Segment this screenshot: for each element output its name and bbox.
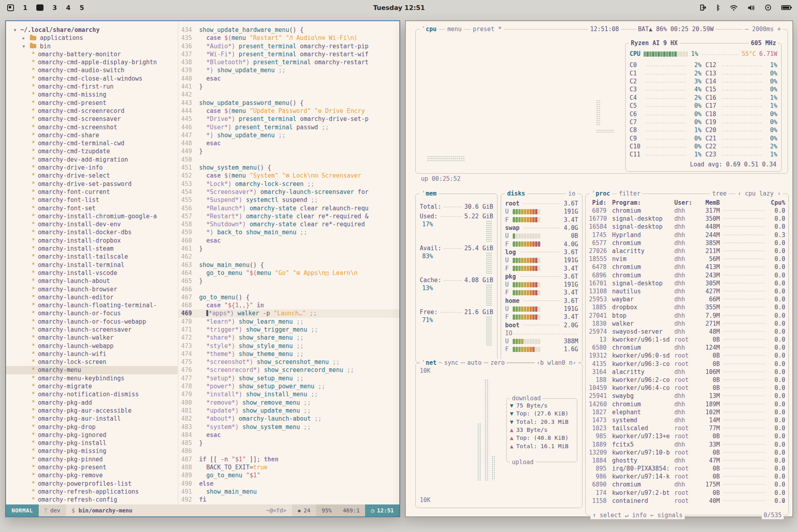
editor-line[interactable]: 492fi: [178, 496, 399, 504]
editor-line[interactable]: 434show_update_hardware_menu() {: [178, 26, 399, 34]
process-row[interactable]: 3164alacrittydhh106M0.0: [589, 368, 785, 376]
tree-file-omarchy-pkg-ignored[interactable]: *omarchy-pkg-ignored: [6, 431, 178, 439]
editor-line[interactable]: 442: [178, 91, 399, 99]
process-key-hints[interactable]: ↑ select ↵ info ← signals: [591, 511, 685, 519]
editor-line[interactable]: 447 *) show_update_menu ;;: [178, 131, 399, 139]
editor-line[interactable]: 454 *Screensaver*) omarchy-launch-screen…: [178, 188, 399, 196]
net-auto-button[interactable]: auto: [465, 359, 484, 367]
editor-line[interactable]: 456 *Relaunch*) omarchy-state clear rela…: [178, 204, 399, 212]
preset-button[interactable]: preset *: [471, 25, 504, 33]
tree-file-omarchy-notification-dismiss[interactable]: *omarchy-notification-dismiss: [6, 390, 178, 398]
editor-line[interactable]: 464 go_to_menu "$(menu "Go" "⊞ Apps\n◫ L…: [178, 269, 399, 277]
battery-icon[interactable]: [781, 5, 791, 10]
tree-file-omarchy-cmd-missing[interactable]: *omarchy-cmd-missing: [6, 91, 178, 99]
tree-file-omarchy-powerprofiles-list[interactable]: *omarchy-powerprofiles-list: [6, 480, 178, 488]
process-row[interactable]: 13209kworker/u97:10-broot0B0.0: [589, 449, 785, 457]
process-row[interactable]: 16770signal-desktopdhh350M0.0: [589, 215, 785, 223]
editor-line[interactable]: 479 *install*) show_install_menu ;;: [178, 390, 399, 398]
process-row[interactable]: 1885dropboxdhh355M0.0: [589, 303, 785, 311]
editor-line[interactable]: 458 *Shutdown*) omarchy-state clear re*-…: [178, 220, 399, 228]
tree-file-omarchy-font-set[interactable]: *omarchy-font-set: [6, 204, 178, 212]
tree-file-omarchy-pkg-aur-install[interactable]: *omarchy-pkg-aur-install: [6, 415, 178, 423]
col-memb[interactable]: MemB: [697, 199, 720, 206]
process-row[interactable]: 1473systemddhh14M0.0: [589, 416, 785, 424]
menu-button[interactable]: menu: [445, 25, 464, 33]
process-row[interactable]: 1158containerdroot40M0.0: [589, 497, 785, 505]
tree-file-omarchy-migrate[interactable]: *omarchy-migrate: [6, 382, 178, 390]
tree-file-omarchy-pkg-drop[interactable]: *omarchy-pkg-drop: [6, 423, 178, 431]
process-row[interactable]: 13kworker/u96:1-sdroot0B0.0: [589, 336, 785, 344]
editor-line[interactable]: 485}: [178, 439, 399, 447]
workspace-3[interactable]: 3: [52, 4, 57, 12]
process-row[interactable]: 16701signal-desktopdhh305M0.0: [589, 279, 785, 287]
network-panel-title[interactable]: 'net: [420, 359, 439, 367]
tree-file-omarchy-battery-monitor[interactable]: *omarchy-battery-monitor: [6, 50, 178, 58]
editor-line[interactable]: 473 *style*) show_style_menu ;;: [178, 342, 399, 350]
bluetooth-icon[interactable]: ᛒ: [716, 4, 720, 11]
editor-line[interactable]: 445 *Drive*) present_terminal omarchy-dr…: [178, 115, 399, 123]
tree-file-omarchy-launch-screensaver[interactable]: *omarchy-launch-screensaver: [6, 326, 178, 334]
tree-file-omarchy-launch-floating-terminal-[interactable]: *omarchy-launch-floating-terminal-: [6, 301, 178, 309]
net-interface-selector[interactable]: ‹b wlan0 n›: [535, 359, 578, 367]
process-row[interactable]: 174kworker/u97:2-btroot0B0.0: [589, 489, 785, 497]
tree-file-omarchy-install-vscode[interactable]: *omarchy-install-vscode: [6, 269, 178, 277]
process-row[interactable]: 6580chromiumdhh124M0.0: [589, 344, 785, 352]
editor-line[interactable]: 453 *Lock*) omarchy-lock-screen ;;: [178, 180, 399, 188]
overview-icon[interactable]: [7, 4, 14, 11]
editor-line[interactable]: 489 go_to_menu "$1": [178, 471, 399, 479]
tree-file-omarchy-pkg-remove[interactable]: *omarchy-pkg-remove: [6, 471, 178, 479]
process-row[interactable]: 25974swayosd-serverdhh48M0.0: [589, 328, 785, 336]
tree-file-omarchy-install-chromium-google-a[interactable]: *omarchy-install-chromium-google-a: [6, 212, 178, 220]
tree-file-omarchy-refresh-applications[interactable]: *omarchy-refresh-applications: [6, 488, 178, 496]
file-tree-panel[interactable]: ▾ ~/.local/share/omarchy ▸applications▾b…: [6, 21, 178, 504]
editor-line[interactable]: 438 *Bluetooth*) present_terminal omarch…: [178, 58, 399, 66]
disks-panel-title[interactable]: disks: [505, 190, 527, 198]
col-pid[interactable]: Pid:: [589, 199, 609, 206]
editor-line[interactable]: 491 show_main_menu: [178, 488, 399, 496]
editor-line[interactable]: 451show_system_menu() {: [178, 164, 399, 172]
editor-line[interactable]: 476 *screenrecord*) show_screenrecord_me…: [178, 366, 399, 374]
editor-line[interactable]: 477 *setup*) show_setup_menu ;;: [178, 374, 399, 382]
tree-file-omarchy-pkg-pinned[interactable]: *omarchy-pkg-pinned: [6, 455, 178, 463]
editor-line[interactable]: 478 *power*) show_setup_power_menu ;;: [178, 382, 399, 390]
tree-file-omarchy-launch-wifi[interactable]: *omarchy-launch-wifi: [6, 350, 178, 358]
process-row[interactable]: 1884ghosttydhh47M0.0: [589, 457, 785, 465]
process-row[interactable]: 18555nvimdhh56M0.0: [589, 255, 785, 263]
git-branch[interactable]: ᛘ dev: [39, 504, 66, 516]
editor-line[interactable]: 482 *about*) omarchy-launch-about ;;: [178, 415, 399, 423]
workspace-1[interactable]: 1: [23, 4, 28, 12]
tree-file-omarchy-cmd-screenshot[interactable]: *omarchy-cmd-screenshot: [6, 123, 178, 131]
editor-line[interactable]: 450: [178, 156, 399, 164]
tree-file-omarchy-cmd-screenrecord[interactable]: *omarchy-cmd-screenrecord: [6, 107, 178, 115]
editor-line[interactable]: 487if [[ -n "$1" ]]; then: [178, 455, 399, 463]
plugin-status[interactable]: ◆ 24: [292, 504, 316, 516]
editor-line[interactable]: 439 *) show_update_menu ;;: [178, 66, 399, 74]
editor-line[interactable]: 480 *remove*) show_remove_menu ;;: [178, 399, 399, 407]
logout-icon[interactable]: [699, 4, 707, 11]
editor-line[interactable]: 463show_main_menu() {: [178, 261, 399, 269]
tree-file-omarchy-lock-screen[interactable]: *omarchy-lock-screen: [6, 358, 178, 366]
editor-line[interactable]: 441}: [178, 83, 399, 91]
editor-line[interactable]: 444 case $(menu "Update Password" "⚙ Dri…: [178, 107, 399, 115]
tree-file-omarchy-pkg-install[interactable]: *omarchy-pkg-install: [6, 439, 178, 447]
tree-file-omarchy-cmd-close-all-windows[interactable]: *omarchy-cmd-close-all-windows: [6, 75, 178, 83]
process-row[interactable]: 6896chromiumdhh243M0.0: [589, 271, 785, 279]
wifi-icon[interactable]: [730, 4, 738, 11]
process-row[interactable]: 1745Hyprlanddhh244M0.3: [589, 231, 785, 239]
tree-file-omarchy-install-dev-env[interactable]: *omarchy-install-dev-env: [6, 220, 178, 228]
sort-selector[interactable]: ‹ cpu lazy ›: [736, 190, 783, 198]
tree-file-omarchy-launch-browser[interactable]: *omarchy-launch-browser: [6, 285, 178, 293]
process-row[interactable]: 6577chromiumdhh385M0.0: [589, 239, 785, 247]
editor-line[interactable]: 466: [178, 285, 399, 293]
editor-line[interactable]: 437 *Wi-Fi*) present_terminal omarchy-re…: [178, 50, 399, 58]
editor-line[interactable]: 457 *Restart*) omarchy-state clear re*-r…: [178, 212, 399, 220]
workspace-4[interactable]: 4: [66, 4, 71, 12]
editor-line[interactable]: 490else: [178, 480, 399, 488]
editor-line[interactable]: 460 esac: [178, 237, 399, 245]
cpu-panel-title[interactable]: 'cpu: [420, 25, 439, 33]
tree-file-omarchy-cmd-present[interactable]: *omarchy-cmd-present: [6, 99, 178, 107]
editor-line[interactable]: 486: [178, 447, 399, 455]
process-row[interactable]: 188kworker/u96:2-coroot0B0.0: [589, 376, 785, 384]
tree-folder-applications[interactable]: ▸applications: [6, 34, 178, 42]
tree-file-omarchy-cmd-apple-display-brightn[interactable]: *omarchy-cmd-apple-display-brightn: [6, 58, 178, 66]
